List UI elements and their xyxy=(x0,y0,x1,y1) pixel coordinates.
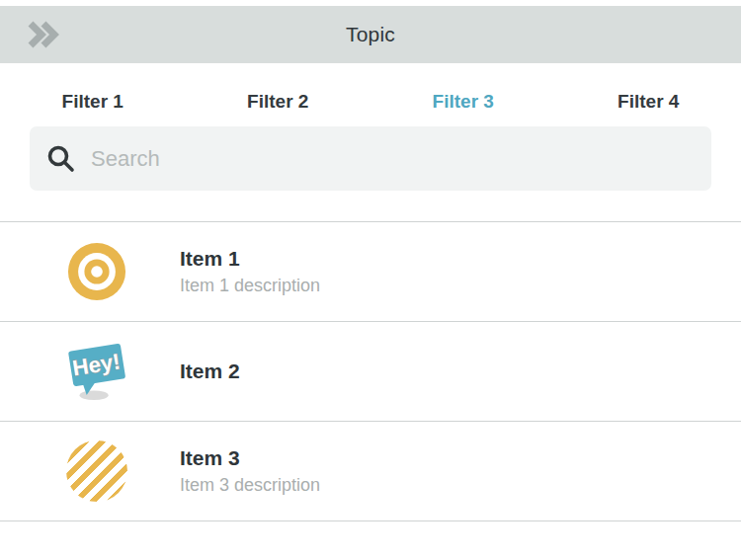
footer-space xyxy=(0,521,741,560)
list-item[interactable]: Item 3 Item 3 description xyxy=(0,422,741,521)
hey-speech-bubble-icon: Hey! xyxy=(65,340,128,403)
target-icon xyxy=(65,240,128,303)
filter-tab-4[interactable]: Filter 4 xyxy=(556,91,741,113)
item-title: Item 2 xyxy=(180,360,240,383)
item-list: Item 1 Item 1 description Hey! Item 2 It… xyxy=(0,221,741,521)
filter-tab-1[interactable]: Filter 1 xyxy=(0,91,186,113)
striped-circle-icon xyxy=(65,440,128,503)
section-gap xyxy=(0,191,741,221)
header-bar: Topic xyxy=(0,6,741,63)
list-item[interactable]: Hey! Item 2 xyxy=(0,322,741,422)
filter-tab-3[interactable]: Filter 3 xyxy=(370,91,556,113)
collapse-panel-button[interactable] xyxy=(28,20,61,49)
item-description: Item 1 description xyxy=(180,276,320,296)
search-input[interactable] xyxy=(91,146,711,172)
item-title: Item 1 xyxy=(180,247,320,271)
list-item[interactable]: Item 1 Item 1 description xyxy=(0,222,741,322)
filter-tabs: Filter 1 Filter 2 Filter 3 Filter 4 xyxy=(0,63,741,126)
double-chevron-right-icon xyxy=(28,21,61,48)
search-icon xyxy=(46,144,76,174)
filter-tab-2[interactable]: Filter 2 xyxy=(186,91,371,113)
item-description: Item 3 description xyxy=(180,475,320,496)
item-title: Item 3 xyxy=(180,446,320,470)
page-title: Topic xyxy=(346,23,395,46)
search-bar xyxy=(30,126,711,191)
